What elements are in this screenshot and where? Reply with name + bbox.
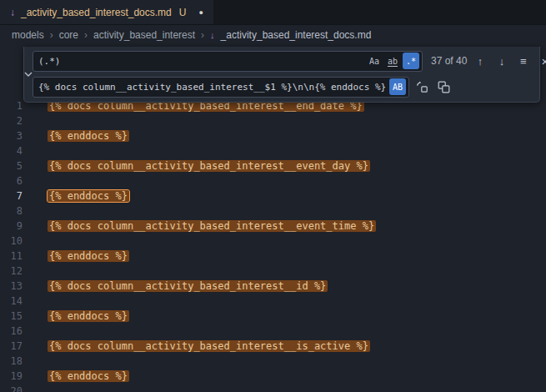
regex-button[interactable]: .* xyxy=(403,53,419,69)
tab-activity-docs[interactable]: ↓ _activity_based_interest_docs.md U ● xyxy=(0,0,213,24)
find-match: {% docs column__activity_based_interest_… xyxy=(48,220,376,232)
line-content[interactable]: {% docs column__activity_based_interest_… xyxy=(30,339,368,354)
breadcrumb-separator: › xyxy=(201,29,204,41)
tab-bar: ↓ _activity_based_interest_docs.md U ● xyxy=(0,0,546,25)
markdown-file-icon: ↓ xyxy=(10,8,15,18)
line-content[interactable]: {% enddocs %} xyxy=(30,249,128,264)
code-line[interactable]: 3 {% enddocs %} xyxy=(0,128,546,143)
editor[interactable]: Aa ab .* 37 of 40 ↑ ↓ ≡ × AB xyxy=(0,45,546,392)
line-number: 15 xyxy=(0,309,30,324)
code-line[interactable]: 12 xyxy=(0,264,546,279)
breadcrumb-separator: › xyxy=(50,29,53,41)
replace-input-box: AB xyxy=(33,77,409,98)
find-match: {% enddocs %} xyxy=(48,370,129,382)
find-input[interactable] xyxy=(38,56,364,67)
line-number: 10 xyxy=(0,234,30,249)
breadcrumb-item-models[interactable]: models xyxy=(12,29,44,41)
find-input-box: Aa ab .* xyxy=(33,51,423,72)
line-number: 7 xyxy=(0,188,30,204)
line-content[interactable] xyxy=(30,113,49,128)
code-line[interactable]: 19 {% enddocs %} xyxy=(0,369,546,384)
line-number: 20 xyxy=(0,384,30,392)
match-count: 37 of 40 xyxy=(431,55,467,67)
breadcrumb-separator: › xyxy=(84,29,88,41)
replace-row: AB xyxy=(33,76,546,98)
line-number: 18 xyxy=(0,354,30,369)
line-content[interactable] xyxy=(30,204,49,219)
code-line[interactable]: 9 {% docs column__activity_based_interes… xyxy=(0,219,546,234)
unsaved-changes-dot-icon[interactable]: ● xyxy=(198,8,203,17)
code-line[interactable]: 14 xyxy=(0,294,546,309)
code-line[interactable]: 10 xyxy=(0,234,546,249)
find-in-selection-button[interactable]: ≡ xyxy=(514,53,532,70)
code-line[interactable]: 11 {% enddocs %} xyxy=(0,249,546,264)
line-content[interactable]: {% docs column__activity_based_interest_… xyxy=(30,279,326,294)
replace-all-button[interactable] xyxy=(435,78,453,96)
line-number: 5 xyxy=(0,158,30,173)
preserve-case-button[interactable]: AB xyxy=(389,78,406,95)
code-line[interactable]: 7 {% enddocs %} xyxy=(0,188,546,204)
line-number: 16 xyxy=(0,324,30,339)
line-content[interactable]: {% enddocs %} xyxy=(30,309,128,324)
line-number: 4 xyxy=(0,143,30,158)
git-status-badge: U xyxy=(179,7,187,18)
find-match: {% enddocs %} xyxy=(48,130,129,142)
line-content[interactable] xyxy=(30,173,49,188)
replace-input[interactable] xyxy=(38,82,388,93)
breadcrumb: models › core › activity_based_interest … xyxy=(0,25,546,45)
code-line[interactable]: 4 xyxy=(0,143,546,158)
find-row: Aa ab .* 37 of 40 ↑ ↓ ≡ × xyxy=(33,50,546,72)
next-match-button[interactable]: ↓ xyxy=(493,53,510,70)
find-match: {% docs column__activity_based_interest_… xyxy=(48,280,328,292)
line-content[interactable]: {% docs column__activity_based_interest_… xyxy=(30,158,368,173)
find-match: {% docs column__activity_based_interest_… xyxy=(48,160,370,172)
code-line[interactable]: 8 xyxy=(0,204,546,219)
markdown-file-icon: ↓ xyxy=(210,31,215,40)
breadcrumb-item-core[interactable]: core xyxy=(59,29,78,41)
line-number: 3 xyxy=(0,128,30,143)
code-line[interactable]: 16 xyxy=(0,324,546,339)
find-replace-widget: Aa ab .* 37 of 40 ↑ ↓ ≡ × AB xyxy=(23,47,540,103)
code-line[interactable]: 6 xyxy=(0,173,546,188)
find-match: {% enddocs %} xyxy=(48,190,129,202)
code-line[interactable]: 13 {% docs column__activity_based_intere… xyxy=(0,279,546,294)
code-line[interactable]: 20 xyxy=(0,384,546,392)
code-line[interactable]: 5 {% docs column__activity_based_interes… xyxy=(0,158,546,173)
replace-button[interactable] xyxy=(413,78,431,96)
line-content[interactable] xyxy=(30,264,49,279)
line-number: 8 xyxy=(0,204,30,219)
code-line[interactable]: 15 {% enddocs %} xyxy=(0,309,546,324)
previous-match-button[interactable]: ↑ xyxy=(471,53,488,70)
whole-word-button[interactable]: ab xyxy=(384,53,401,69)
code-line[interactable]: 17 {% docs column__activity_based_intere… xyxy=(0,339,546,354)
line-number: 17 xyxy=(0,339,30,354)
line-content[interactable]: {% docs column__activity_based_interest_… xyxy=(30,219,374,234)
close-find-widget-button[interactable]: × xyxy=(536,53,546,70)
line-number: 12 xyxy=(0,264,30,279)
code-line[interactable]: 2 xyxy=(0,113,546,128)
tab-title: _activity_based_interest_docs.md xyxy=(21,7,172,18)
line-number: 9 xyxy=(0,219,30,234)
line-content[interactable] xyxy=(30,234,49,249)
line-number: 19 xyxy=(0,369,30,384)
breadcrumb-item-file[interactable]: _activity_based_interest_docs.md xyxy=(221,29,372,41)
match-case-button[interactable]: Aa xyxy=(366,53,383,69)
line-content[interactable] xyxy=(30,384,49,392)
line-number: 13 xyxy=(0,279,30,294)
line-content[interactable]: {% enddocs %} xyxy=(30,188,128,204)
find-match: {% docs column__activity_based_interest_… xyxy=(48,340,370,352)
line-content[interactable]: {% enddocs %} xyxy=(30,128,128,143)
find-match: {% enddocs %} xyxy=(48,310,129,322)
line-number: 14 xyxy=(0,294,30,309)
line-number: 11 xyxy=(0,249,30,264)
line-number: 6 xyxy=(0,173,30,188)
toggle-replace-chevron-icon[interactable] xyxy=(24,50,33,98)
line-content[interactable] xyxy=(30,143,49,158)
line-number: 2 xyxy=(0,113,30,128)
breadcrumb-item-activity-based-interest[interactable]: activity_based_interest xyxy=(93,29,195,41)
code-line[interactable]: 18 xyxy=(0,354,546,369)
line-content[interactable] xyxy=(30,324,49,339)
line-content[interactable] xyxy=(30,354,49,369)
line-content[interactable] xyxy=(30,294,49,309)
line-content[interactable]: {% enddocs %} xyxy=(30,369,128,384)
